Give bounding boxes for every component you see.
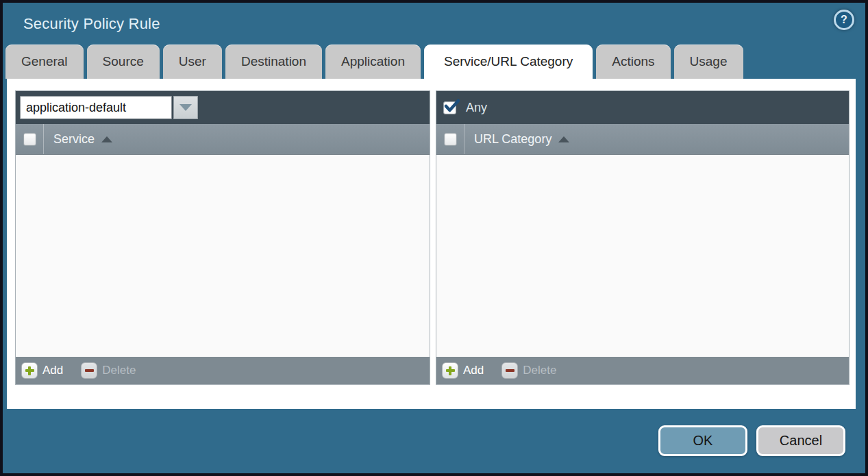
tab-general[interactable]: General <box>5 45 84 79</box>
titlebar: Security Policy Rule ? <box>3 3 865 45</box>
service-list <box>16 155 430 357</box>
service-toolbar: application-default <box>16 91 430 124</box>
service-table-header: Service <box>16 124 430 155</box>
url-category-column-header[interactable]: URL Category <box>474 132 551 147</box>
url-category-any-row[interactable]: Any <box>441 101 487 115</box>
chevron-down-icon <box>179 104 192 111</box>
ok-button[interactable]: OK <box>658 425 747 456</box>
service-type-dropdown[interactable]: application-default <box>20 96 198 119</box>
service-select-all-checkbox[interactable] <box>23 133 36 146</box>
service-footer: Add Delete <box>16 357 430 384</box>
service-delete-button[interactable]: Delete <box>81 362 136 379</box>
url-category-add-button[interactable]: Add <box>442 362 484 379</box>
delete-icon <box>501 362 518 379</box>
tab-usage[interactable]: Usage <box>674 45 743 79</box>
tab-destination[interactable]: Destination <box>225 45 322 79</box>
tab-bar: General Source User Destination Applicat… <box>3 45 865 79</box>
tab-source[interactable]: Source <box>87 45 160 79</box>
tab-service-url-category[interactable]: Service/URL Category <box>424 45 593 79</box>
service-type-dropdown-value[interactable]: application-default <box>20 96 172 119</box>
url-category-toolbar: Any <box>436 91 849 124</box>
service-panel: application-default Service <box>15 90 430 385</box>
service-select-all-cell <box>16 124 44 154</box>
url-category-table-header: URL Category <box>436 124 849 155</box>
sort-ascending-icon[interactable] <box>101 136 112 142</box>
add-icon <box>21 362 38 379</box>
url-category-delete-button[interactable]: Delete <box>501 362 556 379</box>
security-policy-rule-dialog: Security Policy Rule ? General Source Us… <box>3 3 865 473</box>
tab-actions[interactable]: Actions <box>596 45 670 79</box>
url-category-panel: Any URL Category Add <box>436 90 850 385</box>
url-category-list <box>436 155 849 357</box>
help-icon[interactable]: ? <box>834 10 854 30</box>
url-category-select-all-cell <box>436 124 464 154</box>
service-column-header[interactable]: Service <box>53 132 95 147</box>
tab-application[interactable]: Application <box>325 45 421 79</box>
dialog-title: Security Policy Rule <box>23 15 160 33</box>
add-icon <box>442 362 458 379</box>
service-type-dropdown-button[interactable] <box>173 96 198 119</box>
delete-icon <box>81 362 97 379</box>
url-category-select-all-checkbox[interactable] <box>444 133 457 146</box>
url-category-footer: Add Delete <box>436 357 849 384</box>
dialog-buttons: OK Cancel <box>658 425 845 456</box>
cancel-button[interactable]: Cancel <box>756 425 845 456</box>
service-add-button[interactable]: Add <box>21 362 63 379</box>
sort-ascending-icon[interactable] <box>558 136 569 142</box>
any-label: Any <box>466 101 487 115</box>
any-checkbox[interactable] <box>443 101 456 114</box>
tab-user[interactable]: User <box>163 45 222 79</box>
tab-content: application-default Service <box>7 79 856 409</box>
